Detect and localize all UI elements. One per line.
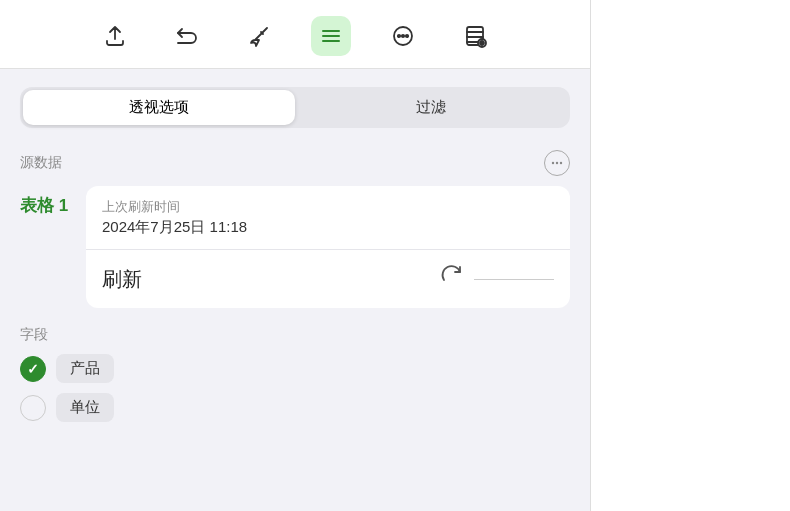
svg-point-4 bbox=[398, 35, 400, 37]
field-checkbox-product[interactable] bbox=[20, 356, 46, 382]
tab-bar: 透视选项 过滤 bbox=[20, 87, 570, 128]
source-more-button[interactable] bbox=[544, 150, 570, 176]
field-tag-unit[interactable]: 单位 bbox=[56, 393, 114, 422]
undo-icon[interactable] bbox=[167, 16, 207, 56]
table-row: 表格 1 上次刷新时间 2024年7月25日 11:18 刷新 bbox=[20, 186, 570, 308]
toolbar bbox=[0, 0, 590, 69]
svg-point-13 bbox=[552, 162, 554, 164]
data-card-top: 上次刷新时间 2024年7月25日 11:18 bbox=[86, 186, 570, 250]
source-section: 源数据 bbox=[20, 150, 570, 176]
list-icon[interactable] bbox=[311, 16, 351, 56]
last-refresh-time: 2024年7月25日 11:18 bbox=[102, 218, 554, 237]
svg-point-6 bbox=[406, 35, 408, 37]
callout-line bbox=[474, 279, 554, 280]
data-icon[interactable] bbox=[455, 16, 495, 56]
svg-point-12 bbox=[480, 41, 484, 45]
more-circle-icon[interactable] bbox=[383, 16, 423, 56]
data-card-bottom: 刷新 bbox=[86, 250, 570, 308]
field-item-product: 产品 bbox=[20, 354, 570, 383]
source-label: 源数据 bbox=[20, 154, 62, 172]
right-panel bbox=[590, 0, 790, 511]
last-refresh-label: 上次刷新时间 bbox=[102, 198, 554, 216]
data-card: 上次刷新时间 2024年7月25日 11:18 刷新 bbox=[86, 186, 570, 308]
brush-icon[interactable] bbox=[239, 16, 279, 56]
refresh-label: 刷新 bbox=[102, 266, 142, 293]
field-checkbox-unit[interactable] bbox=[20, 395, 46, 421]
fields-section: 字段 产品 单位 bbox=[20, 326, 570, 422]
table-name: 表格 1 bbox=[20, 186, 72, 217]
svg-point-5 bbox=[402, 35, 404, 37]
field-item-unit: 单位 bbox=[20, 393, 570, 422]
tab-transparency[interactable]: 透视选项 bbox=[23, 90, 295, 125]
refresh-button[interactable] bbox=[440, 264, 464, 294]
field-tag-product[interactable]: 产品 bbox=[56, 354, 114, 383]
svg-point-15 bbox=[560, 162, 562, 164]
share-icon[interactable] bbox=[95, 16, 135, 56]
tab-filter[interactable]: 过滤 bbox=[295, 90, 567, 125]
main-content: 透视选项 过滤 源数据 表格 1 上次刷 bbox=[0, 69, 590, 508]
fields-label: 字段 bbox=[20, 326, 570, 344]
svg-point-14 bbox=[556, 162, 558, 164]
